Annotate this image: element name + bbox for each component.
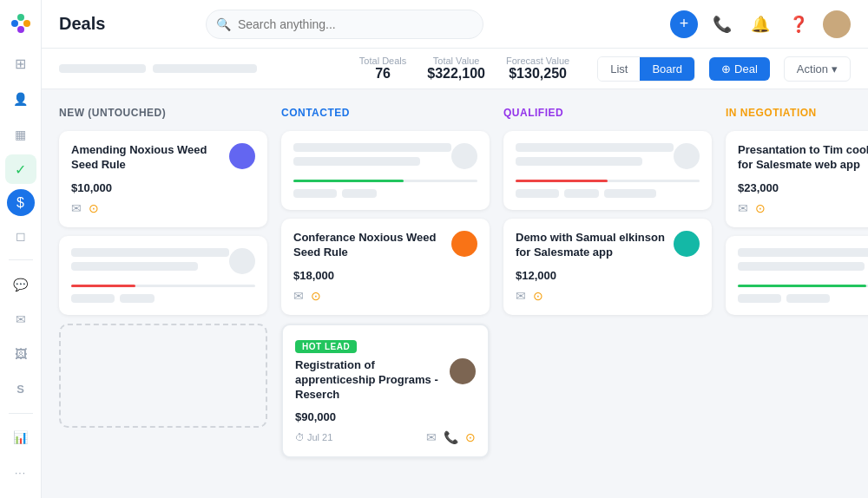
card-c2-icons: ✉ ⊙ (293, 289, 321, 303)
hot-card-top: Registration of apprenticeship Programs … (295, 358, 476, 403)
header-actions: + 📞 🔔 ❓ (670, 10, 851, 38)
deal-card-n1[interactable]: Amending Noxious Weed Seed Rule $10,000 … (59, 131, 267, 227)
hot-card-amount: $90,000 (295, 410, 476, 423)
sidebar-item-box[interactable]: ◻ (5, 221, 36, 251)
skeleton-filter-1 (59, 64, 146, 73)
email-icon[interactable]: ✉ (71, 201, 82, 215)
email-icon-neg1[interactable]: ✉ (738, 201, 748, 215)
total-deals-stat: Total Deals 76 (359, 56, 406, 82)
skeleton-q1-extra (604, 189, 656, 198)
view-toggle: List Board (597, 56, 695, 82)
card-q1-avatar (674, 143, 700, 169)
help-icon-btn[interactable]: ❓ (785, 10, 812, 38)
total-value-stat: Total Value $322,100 (427, 56, 485, 82)
timer-icon-c2[interactable]: ⊙ (311, 289, 321, 303)
sidebar-item-mail[interactable]: ✉ (5, 305, 36, 334)
column-qualified-header: QUALIFIED (503, 103, 712, 122)
app-logo[interactable] (7, 10, 35, 37)
card-c2-avatar (451, 231, 477, 257)
total-value-value: $322,100 (427, 66, 485, 82)
total-deals-label: Total Deals (359, 56, 406, 66)
sidebar-item-chart[interactable]: 📊 (5, 423, 36, 452)
sidebar-item-table[interactable]: ▦ (5, 119, 36, 148)
deal-card-q2[interactable]: Demo with Samual elkinson for Salesmate … (503, 219, 712, 315)
search-icon: 🔍 (216, 17, 231, 31)
add-deal-button[interactable]: ⊕ Deal (709, 57, 770, 81)
column-new: NEW (UNTOUCHED) Amending Noxious Weed Se… (59, 103, 267, 484)
skeleton-amount (71, 294, 115, 303)
sidebar-item-s[interactable]: S (5, 375, 36, 404)
column-contacted-header: CONTACTED (281, 103, 490, 122)
timer-icon[interactable]: ⊙ (89, 201, 99, 215)
hot-card-date: ⏱ Jul 21 (295, 432, 332, 442)
skeleton-c1-date (342, 189, 377, 198)
arrow-icon-hot[interactable]: ⊙ (465, 430, 476, 444)
card-q1-top (516, 143, 700, 171)
sidebar-item-check[interactable]: ✓ (5, 154, 36, 184)
deal-card-n2[interactable] (59, 236, 267, 315)
card-q1-progress-bg (516, 180, 700, 182)
card-n1-amount: $10,000 (71, 181, 255, 194)
skeleton-q1-amount (516, 189, 559, 198)
total-value-label: Total Value (427, 56, 485, 66)
sidebar-item-chat[interactable]: 💬 (5, 269, 36, 298)
deal-card-c1[interactable] (281, 131, 490, 210)
search-input[interactable] (206, 10, 483, 39)
sidebar-item-more[interactable]: ··· (5, 458, 36, 488)
skeleton-neg2-amount (738, 294, 781, 303)
skeleton-title-1 (71, 248, 229, 257)
hot-card-title: Registration of apprenticeship Programs … (295, 358, 450, 403)
card-c1-top (293, 143, 477, 171)
timer-icon-neg1[interactable]: ⊙ (755, 201, 766, 215)
card-q2-title: Demo with Samual elkinson for Salesmate … (516, 231, 674, 260)
kanban-board: NEW (UNTOUCHED) Amending Noxious Weed Se… (42, 89, 868, 498)
skeleton-title-2 (71, 262, 198, 271)
action-button[interactable]: Action ▾ (784, 56, 851, 82)
phone-icon-btn[interactable]: 📞 (708, 10, 736, 38)
card-neg2-top (738, 248, 868, 276)
sidebar-item-image[interactable]: 🖼 (5, 339, 36, 369)
drop-zone-new[interactable] (59, 324, 267, 428)
deal-card-neg2[interactable] (726, 236, 868, 315)
action-btn-label: Action (797, 62, 828, 75)
user-avatar[interactable] (823, 10, 851, 38)
hot-lead-badge: HOT LEAD (295, 337, 476, 358)
deal-card-q1[interactable] (503, 131, 712, 210)
add-button[interactable]: + (670, 10, 698, 38)
main-area: Deals 🔍 + 📞 🔔 ❓ Total Deals 76 Total Val… (42, 0, 868, 498)
list-view-btn[interactable]: List (598, 57, 640, 81)
timer-icon-q2[interactable]: ⊙ (533, 289, 543, 303)
sidebar-item-grid[interactable]: ⊞ (5, 49, 36, 79)
card-n2-progress-bg (71, 285, 255, 287)
card-c2-top: Conferance Noxious Weed Seed Rule (293, 231, 477, 260)
deal-card-c2[interactable]: Conferance Noxious Weed Seed Rule $18,00… (281, 219, 490, 315)
hot-card-icons: ✉ 📞 ⊙ (426, 430, 476, 444)
stats-group: Total Deals 76 Total Value $322,100 Fore… (359, 56, 569, 82)
card-n1-icons: ✉ ⊙ (71, 201, 99, 215)
phone-icon-hot[interactable]: 📞 (444, 430, 458, 444)
email-icon-hot[interactable]: ✉ (426, 430, 437, 444)
card-neg1-title: Presantation to Tim cook for Salesmate w… (738, 143, 868, 173)
chevron-down-icon: ▾ (832, 62, 838, 75)
card-neg2-progress-fill (738, 285, 866, 287)
card-n2-avatar (229, 248, 255, 274)
deal-card-neg1[interactable]: Presantation to Tim cook for Salesmate w… (726, 131, 868, 227)
card-q2-avatar (674, 231, 700, 257)
card-n1-avatar (229, 143, 255, 169)
column-new-header: NEW (UNTOUCHED) (59, 103, 267, 122)
skeleton-c1-2 (293, 157, 420, 166)
card-c2-footer: ✉ ⊙ (293, 289, 477, 303)
sidebar-item-person[interactable]: 👤 (5, 84, 36, 114)
board-view-btn[interactable]: Board (640, 57, 694, 81)
card-c1-progress-fill (293, 180, 404, 182)
sidebar-item-dollar[interactable]: $ (7, 189, 35, 216)
notification-icon-btn[interactable]: 🔔 (746, 10, 774, 38)
deal-btn-label: Deal (734, 62, 758, 75)
card-n2-progress-fill (71, 285, 135, 287)
email-icon-q2[interactable]: ✉ (516, 289, 526, 303)
deal-card-hot[interactable]: HOT LEAD Registration of apprenticeship … (281, 324, 490, 459)
hot-card-avatar (450, 358, 476, 384)
card-c2-title: Conferance Noxious Weed Seed Rule (293, 231, 451, 260)
email-icon-c2[interactable]: ✉ (293, 289, 304, 303)
forecast-label: Forecast Value (506, 56, 569, 66)
